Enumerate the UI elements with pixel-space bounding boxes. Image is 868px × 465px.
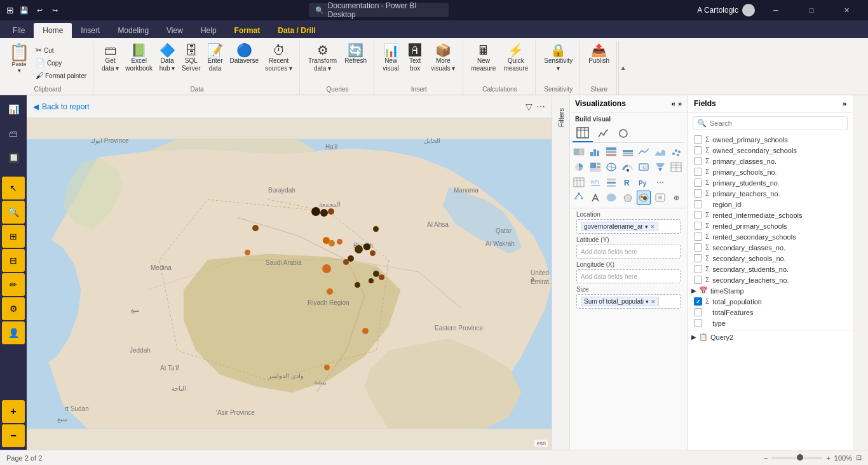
- save-icon[interactable]: 💾: [19, 5, 29, 15]
- viz-icon-scatter[interactable]: [669, 145, 683, 159]
- field-item-region-id[interactable]: Σ region_id: [688, 199, 853, 210]
- field-item-secondary-schools[interactable]: Σ secondary_schools_no.: [688, 253, 853, 264]
- minimize-button[interactable]: ─: [761, 0, 790, 20]
- field-checkbox[interactable]: [694, 276, 702, 284]
- zoom-minus-icon[interactable]: −: [764, 454, 768, 462]
- close-button[interactable]: ✕: [832, 0, 862, 20]
- new-visual-button[interactable]: 📊 Newvisual: [379, 42, 402, 74]
- viz-icon-pie[interactable]: [572, 160, 586, 174]
- title-search-bar[interactable]: 🔍 Documentation - Power BI Desktop: [309, 3, 449, 17]
- publish-button[interactable]: 📤 Publish: [585, 42, 613, 66]
- map-dot-13[interactable]: [343, 259, 349, 265]
- field-item-secondary-students[interactable]: Σ secondary_students_no.: [688, 264, 853, 274]
- map-dot-21[interactable]: [362, 328, 369, 334]
- sensitivity-button[interactable]: 🔒 Sensitivity▾: [541, 42, 576, 74]
- map-dot-5[interactable]: [373, 226, 379, 232]
- field-checkbox[interactable]: [694, 254, 702, 262]
- viz-icon-gauge[interactable]: [621, 160, 635, 174]
- person-tool-icon[interactable]: 👤: [2, 321, 25, 344]
- field-item-rented-intermediate[interactable]: Σ rented_intermediate_schools: [688, 210, 853, 220]
- field-checkbox[interactable]: [694, 232, 702, 241]
- tab-home[interactable]: Home: [34, 23, 72, 38]
- viz-icon-matrix[interactable]: [572, 175, 586, 189]
- field-item-owned-primary[interactable]: Σ owned_primary_schools: [688, 134, 853, 145]
- paint-tool-icon[interactable]: ✏: [2, 273, 25, 296]
- field-checkbox[interactable]: [694, 211, 702, 219]
- field-item-secondary-teachers[interactable]: Σ secondary_teachers_no.: [688, 274, 853, 285]
- get-data-button[interactable]: 🗃 Getdata ▾: [98, 42, 122, 74]
- filter-tool-icon[interactable]: ⊞: [2, 225, 25, 248]
- cut-button[interactable]: ✂Cut: [33, 44, 89, 56]
- viz-icon-r[interactable]: R: [621, 175, 635, 189]
- tab-file[interactable]: File: [4, 23, 34, 38]
- viz-icon-filled-map[interactable]: [604, 191, 618, 205]
- field-checkbox[interactable]: [694, 189, 702, 198]
- field-checkbox[interactable]: [694, 222, 702, 230]
- viz-icon-ai[interactable]: [588, 191, 602, 205]
- fit-to-page-icon[interactable]: ⊡: [856, 454, 862, 462]
- field-item-total-features[interactable]: Σ totalFeatures: [688, 307, 853, 318]
- dataverse-button[interactable]: 🔵 Dataverse: [227, 42, 262, 66]
- tab-help[interactable]: Help: [192, 23, 226, 38]
- viz-icon-map[interactable]: [604, 160, 618, 174]
- more-options-icon[interactable]: ⋯: [536, 102, 545, 112]
- build-visual-tab-3[interactable]: [613, 125, 634, 142]
- map-dot-3[interactable]: [328, 208, 334, 215]
- field-checkbox[interactable]: [694, 135, 702, 144]
- paste-button[interactable]: 📋 Paste ▾: [6, 42, 32, 76]
- tab-format[interactable]: Format: [226, 23, 269, 38]
- field-checkbox[interactable]: [694, 179, 702, 187]
- maximize-button[interactable]: □: [797, 0, 826, 20]
- viz-icon-line[interactable]: [637, 145, 651, 159]
- map-dot-18[interactable]: [355, 282, 360, 288]
- map-dot-7[interactable]: [329, 240, 335, 246]
- zoom-slider[interactable]: [771, 457, 822, 459]
- new-measure-button[interactable]: 🖩 Newmeasure: [468, 42, 499, 74]
- text-box-button[interactable]: 🅰 Textbox: [403, 42, 426, 74]
- size-chip-expand[interactable]: ▾: [646, 299, 649, 305]
- refresh-button[interactable]: 🔄 Refresh: [341, 42, 370, 66]
- back-to-report-button[interactable]: ◀ Back to report: [33, 102, 90, 111]
- add-tool-icon[interactable]: +: [2, 400, 25, 423]
- map-dot-14[interactable]: [322, 264, 331, 273]
- map-dot-19[interactable]: [327, 288, 333, 295]
- fields-search-input[interactable]: [710, 119, 843, 127]
- magnify-tool-icon[interactable]: 🔍: [2, 201, 25, 224]
- build-visual-tab-1[interactable]: [573, 125, 593, 142]
- ribbon-collapse-button[interactable]: ▲: [618, 41, 627, 95]
- map-dot-16[interactable]: [379, 274, 384, 280]
- settings-tool-icon[interactable]: ⚙: [2, 297, 25, 320]
- field-item-owned-secondary[interactable]: Σ owned_secondary_schools: [688, 145, 853, 156]
- field-group-query2[interactable]: ▶ 📋 Query2: [688, 330, 853, 342]
- data-view-icon[interactable]: 🗃: [2, 122, 25, 145]
- field-item-rented-secondary[interactable]: Σ rented_secondary_schools: [688, 231, 853, 242]
- enter-data-button[interactable]: 📝 Enterdata: [204, 42, 227, 74]
- field-checkbox[interactable]: [694, 200, 702, 208]
- map-dot-4[interactable]: [252, 225, 259, 231]
- viz-icon-table-2[interactable]: [669, 160, 683, 174]
- more-visuals-button[interactable]: 📦 Morevisuals ▾: [428, 42, 458, 74]
- excel-workbook-button[interactable]: 📗 Excelworkbook: [122, 42, 156, 74]
- field-checkbox[interactable]: [694, 308, 702, 316]
- viz-icon-column[interactable]: [621, 145, 635, 159]
- field-item-primary-schools[interactable]: Σ primary_schools_no.: [688, 166, 853, 177]
- viz-icon-stacked-bar-2[interactable]: [604, 145, 618, 159]
- map-dot-10[interactable]: [363, 243, 370, 250]
- field-checkbox[interactable]: [694, 265, 702, 273]
- sql-server-button[interactable]: 🗄 SQLServer: [179, 42, 203, 74]
- tab-modeling[interactable]: Modeling: [109, 23, 158, 38]
- field-item-secondary-classes[interactable]: Σ secondary_classes_no.: [688, 242, 853, 253]
- build-visual-tab-2[interactable]: [593, 125, 613, 142]
- zoom-plus-icon[interactable]: +: [826, 454, 830, 462]
- map-dot-20[interactable]: [245, 250, 250, 255]
- map-dot-8[interactable]: [337, 239, 342, 245]
- undo-icon[interactable]: ↩: [34, 5, 44, 15]
- format-painter-button[interactable]: 🖌Format painter: [33, 70, 89, 81]
- longitude-box[interactable]: Add data fields here: [576, 269, 681, 283]
- field-item-primary-students[interactable]: Σ primary_students_no.: [688, 177, 853, 188]
- viz-collapse-icon[interactable]: »: [678, 100, 682, 107]
- bookmark-tool-icon[interactable]: ⊟: [2, 249, 25, 272]
- map-dot-1[interactable]: [311, 207, 320, 216]
- viz-icon-extra2[interactable]: ⊕: [669, 191, 683, 205]
- latitude-box[interactable]: Add data fields here: [576, 245, 681, 259]
